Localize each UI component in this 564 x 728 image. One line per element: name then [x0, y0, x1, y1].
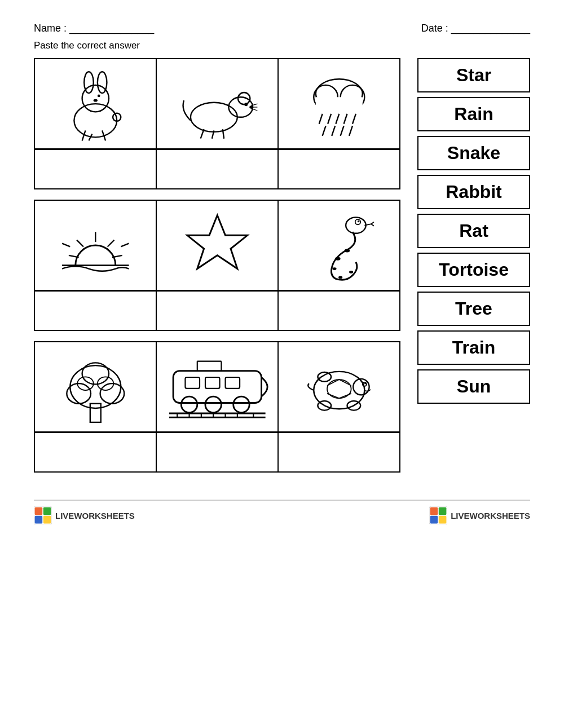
answer-cell-2-3[interactable] — [278, 291, 400, 330]
sun-cell — [34, 200, 156, 290]
footer-logo-left: LIVEWORKSHEETS — [34, 506, 135, 524]
snake-cell — [278, 200, 400, 290]
grid-group-2 — [34, 200, 400, 331]
footer-logo-right: LIVEWORKSHEETS — [429, 506, 530, 524]
date-field: Date : ______________ — [421, 23, 530, 34]
svg-point-86 — [364, 383, 366, 385]
sun-image — [41, 205, 150, 285]
answer-row-1 — [34, 149, 400, 189]
svg-rect-62 — [225, 377, 240, 389]
answer-cell-3-1[interactable] — [34, 433, 156, 472]
svg-point-3 — [98, 72, 107, 93]
svg-point-13 — [244, 103, 248, 106]
svg-point-50 — [338, 276, 342, 279]
svg-line-27 — [336, 114, 339, 124]
word-card-rain[interactable]: Rain — [417, 97, 530, 131]
left-section — [34, 58, 400, 483]
word-card-train[interactable]: Train — [417, 330, 530, 365]
word-card-snake[interactable]: Snake — [417, 136, 530, 170]
word-card-star[interactable]: Star — [417, 58, 530, 92]
footer-logo-right-text: LIVEWORKSHEETS — [451, 511, 530, 520]
star-image — [163, 205, 272, 285]
word-card-tree[interactable]: Tree — [417, 292, 530, 326]
rain-cell — [278, 59, 400, 149]
date-underline: ______________ — [451, 23, 530, 34]
image-row-2 — [34, 200, 400, 291]
svg-point-10 — [191, 103, 237, 132]
grid-group-1 — [34, 58, 400, 189]
svg-rect-94 — [43, 516, 51, 524]
answer-cell-3-3[interactable] — [278, 433, 400, 472]
svg-point-48 — [335, 257, 340, 261]
word-card-tortoise[interactable]: Tortoise — [417, 253, 530, 287]
rat-cell — [156, 59, 278, 149]
svg-rect-24 — [316, 97, 363, 111]
svg-point-47 — [344, 249, 349, 253]
train-image — [163, 347, 272, 427]
svg-line-37 — [77, 240, 83, 247]
liveworksheets-logo-right — [429, 506, 447, 524]
svg-line-26 — [328, 114, 331, 124]
svg-marker-43 — [187, 215, 248, 269]
answer-cell-2-2[interactable] — [156, 291, 278, 330]
answer-cell-1-1[interactable] — [34, 149, 156, 189]
svg-rect-97 — [439, 508, 447, 515]
svg-line-33 — [349, 126, 352, 136]
rat-image — [163, 64, 272, 144]
svg-point-4 — [98, 94, 100, 97]
svg-line-25 — [319, 114, 322, 124]
svg-rect-91 — [35, 508, 43, 515]
svg-line-32 — [340, 126, 343, 136]
svg-rect-99 — [439, 516, 447, 524]
svg-line-42 — [121, 243, 129, 246]
svg-point-78 — [314, 372, 364, 409]
svg-point-49 — [332, 267, 336, 270]
tree-cell — [34, 342, 156, 432]
svg-point-51 — [349, 271, 353, 273]
image-row-1 — [34, 58, 400, 149]
svg-point-63 — [181, 396, 197, 412]
svg-line-36 — [107, 240, 114, 247]
instruction-text: Paste the correct answer — [34, 40, 530, 51]
footer-logo-left-text: LIVEWORKSHEETS — [55, 511, 135, 520]
answer-row-3 — [34, 433, 400, 473]
svg-point-65 — [233, 396, 249, 412]
tortoise-cell — [278, 342, 400, 432]
svg-line-41 — [62, 243, 70, 246]
tree-image — [41, 347, 150, 427]
svg-rect-92 — [43, 508, 51, 515]
answer-cell-1-2[interactable] — [156, 149, 278, 189]
answer-cell-2-1[interactable] — [34, 291, 156, 330]
svg-rect-96 — [430, 508, 438, 515]
name-underline: _______________ — [69, 23, 154, 34]
star-cell — [156, 200, 278, 290]
svg-rect-52 — [90, 404, 101, 422]
svg-rect-60 — [185, 377, 200, 389]
liveworksheets-logo-left — [34, 506, 52, 524]
rain-image — [285, 64, 394, 144]
svg-rect-61 — [205, 377, 220, 389]
svg-line-31 — [332, 126, 335, 136]
svg-line-30 — [322, 126, 325, 136]
rabbit-image — [41, 64, 150, 144]
answer-cell-3-2[interactable] — [156, 433, 278, 472]
image-row-3 — [34, 341, 400, 433]
svg-point-2 — [84, 72, 94, 93]
word-card-rabbit[interactable]: Rabbit — [417, 175, 530, 209]
word-card-rat[interactable]: Rat — [417, 214, 530, 248]
answer-cell-1-3[interactable] — [278, 149, 400, 189]
answer-row-2 — [34, 291, 400, 331]
svg-point-46 — [358, 220, 360, 223]
tortoise-image — [285, 347, 394, 427]
snake-image — [285, 205, 394, 285]
svg-point-0 — [74, 104, 117, 137]
train-cell — [156, 342, 278, 432]
footer: LIVEWORKSHEETS LIVEWORKSHEETS — [34, 500, 530, 524]
svg-line-28 — [343, 114, 347, 124]
grid-group-3 — [34, 341, 400, 473]
word-card-sun[interactable]: Sun — [417, 369, 530, 404]
svg-point-5 — [93, 99, 97, 102]
rabbit-cell — [34, 59, 156, 149]
svg-rect-93 — [35, 516, 43, 524]
svg-line-29 — [352, 114, 356, 124]
